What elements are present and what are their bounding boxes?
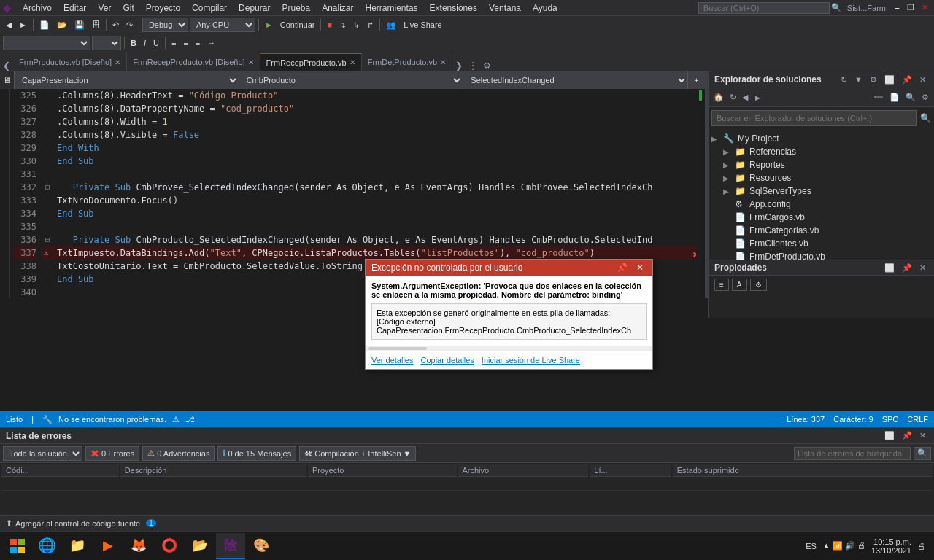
se-filter-button[interactable]: 🔍 [903,93,918,102]
fontsize-dropdown[interactable] [92,36,121,50]
build-filter-button[interactable]: 🛠 Compilación + IntelliSen ▼ [299,446,416,461]
menu-prueba[interactable]: Prueba [276,1,316,15]
notification-center-icon[interactable]: 🖨 [917,542,925,551]
tree-item-resources[interactable]: ▶ 📁 Resources [709,171,934,184]
tab-frm-det[interactable]: FrmDetProducto.vb ✕ [362,53,452,71]
align-right-button[interactable]: ≡ [193,37,203,49]
menu-herramientas[interactable]: Herramientas [360,1,424,15]
taskbar-mediaplayer[interactable]: ▶ [93,533,123,559]
menu-depurar[interactable]: Depurar [233,1,276,15]
notification-badge[interactable]: 1 [146,519,156,527]
exception-close-button[interactable]: ✕ [633,262,647,273]
se-refresh-button[interactable]: ↻ [727,93,738,102]
stop-button[interactable]: ■ [324,19,335,31]
se-home-button[interactable]: 🏠 [711,93,726,102]
step-over-button[interactable]: ↳ [350,19,363,31]
member-dropdown[interactable]: CmbProducto [239,71,464,89]
menu-ver[interactable]: Ver [92,1,117,15]
class-dropdown[interactable]: CapaPresentacion [15,71,239,89]
cpu-dropdown[interactable]: Any CPU [190,18,255,32]
step-out-button[interactable]: ↱ [364,19,377,31]
indent-button[interactable]: → [204,37,218,49]
errors-button[interactable]: ✖ 0 Errores [85,446,139,461]
restore-button[interactable]: ❒ [904,1,917,14]
collapse-icon-332[interactable]: ⊟ [45,181,50,194]
live-share-link[interactable]: Iniciar sesión de Live Share [482,356,580,365]
menu-git[interactable]: Git [117,1,139,15]
error-search-input[interactable] [794,447,911,460]
menu-analizar[interactable]: Analizar [316,1,359,15]
menu-ventana[interactable]: Ventana [483,1,527,15]
tab-options[interactable]: ⋮ [466,61,480,71]
menu-proyecto[interactable]: Proyecto [140,1,186,15]
menu-editar[interactable]: Editar [58,1,92,15]
copy-details-link[interactable]: Copiar detalles [420,356,474,365]
tab-pin[interactable]: ⚙ [480,61,494,71]
save-all-button[interactable]: 🗄 [89,19,103,31]
menu-ayuda[interactable]: Ayuda [527,1,563,15]
taskbar-firefox[interactable]: 🦊 [124,533,153,559]
new-file-button[interactable]: 📄 [36,19,53,31]
properties-dock-button[interactable]: ⬜ [882,263,897,273]
back-button[interactable]: ◀ [3,19,15,31]
el-close-button[interactable]: ✕ [917,431,928,440]
el-dock-button[interactable]: ⬜ [882,431,897,440]
se-collapse-button[interactable]: ➖ [871,93,886,102]
sync-button[interactable]: ↻ [838,75,849,85]
pin-button[interactable]: 📌 [900,75,914,85]
se-forward-button[interactable]: ► [752,93,764,102]
main-search-input[interactable] [698,2,830,14]
tree-item-appconfig[interactable]: ⚙ App.config [709,198,934,211]
close-panel-button[interactable]: ✕ [917,75,928,85]
redo-button[interactable]: ↷ [123,19,136,31]
debug-mode-dropdown[interactable]: Debug [142,18,188,32]
settings-button[interactable]: ⚙ [868,75,879,85]
minimize-button[interactable]: ‒ [892,1,903,14]
collapse-icon-336[interactable]: ⊟ [45,233,50,246]
undo-button[interactable]: ↶ [109,19,122,31]
taskbar-ie[interactable]: 🌐 [32,533,61,559]
prop-settings[interactable]: ⚙ [750,279,767,291]
properties-close-button[interactable]: ✕ [917,263,928,273]
view-details-link[interactable]: Ver detalles [371,356,413,365]
tree-item-referencias[interactable]: ▶ 📁 Referencias [709,145,934,158]
align-left-button[interactable]: ≡ [169,37,179,49]
se-properties-button[interactable]: ⚙ [919,93,931,102]
event-dropdown[interactable]: SelectedIndexChanged [463,71,687,89]
error-search-button[interactable]: 🔍 [914,447,931,460]
open-button[interactable]: 📂 [54,19,70,31]
save-button[interactable]: 💾 [72,19,88,31]
tree-item-reportes[interactable]: ▶ 📁 Reportes [709,158,934,171]
close-button[interactable]: ✕ [919,1,931,14]
taskbar-chrome[interactable]: ⭕ [155,533,184,559]
continue-button[interactable]: ► [262,19,276,31]
messages-button[interactable]: ℹ 0 de 15 Mensajes [217,446,296,461]
prop-alphabetical[interactable]: A [732,279,747,291]
font-dropdown[interactable] [3,36,90,50]
underline-button[interactable]: U [150,37,162,49]
exception-scroll[interactable] [366,346,652,351]
se-show-all-button[interactable]: 📄 [887,93,902,102]
exception-pin-button[interactable]: 📌 [614,262,630,273]
filter-button[interactable]: ▼ [852,75,865,85]
tab-close-frm-det[interactable]: ✕ [440,58,446,66]
se-back-button[interactable]: ◀ [740,93,750,102]
forward-button[interactable]: ► [16,19,30,31]
tab-frm-recep-diseno[interactable]: FrmRecepProducto.vb [Diseño] ✕ [127,53,260,71]
start-button[interactable] [3,533,32,559]
menu-compilar[interactable]: Compilar [186,1,233,15]
tree-item-frmcargos[interactable]: 📄 FrmCargos.vb [709,211,934,224]
tab-frm-recep[interactable]: FrmRecepProducto.vb ✕ [260,53,362,71]
live-share-button[interactable]: 👥 [383,19,399,31]
align-center-button[interactable]: ≡ [180,37,190,49]
tab-frm-productos[interactable]: FrmProductos.vb [Diseño] ✕ [13,53,127,71]
solution-search-input[interactable] [711,110,917,126]
el-pin-button[interactable]: 📌 [900,431,914,440]
bold-button[interactable]: B [128,37,139,49]
tab-scroll-left[interactable]: ❮ [0,61,13,71]
code-dropdown-add[interactable]: + [687,71,705,89]
tab-scroll-right[interactable]: ❯ [452,61,466,71]
italic-button[interactable]: I [141,37,149,49]
taskbar-explorer[interactable]: 📁 [63,533,92,559]
tab-close-frm-productos[interactable]: ✕ [115,58,120,66]
